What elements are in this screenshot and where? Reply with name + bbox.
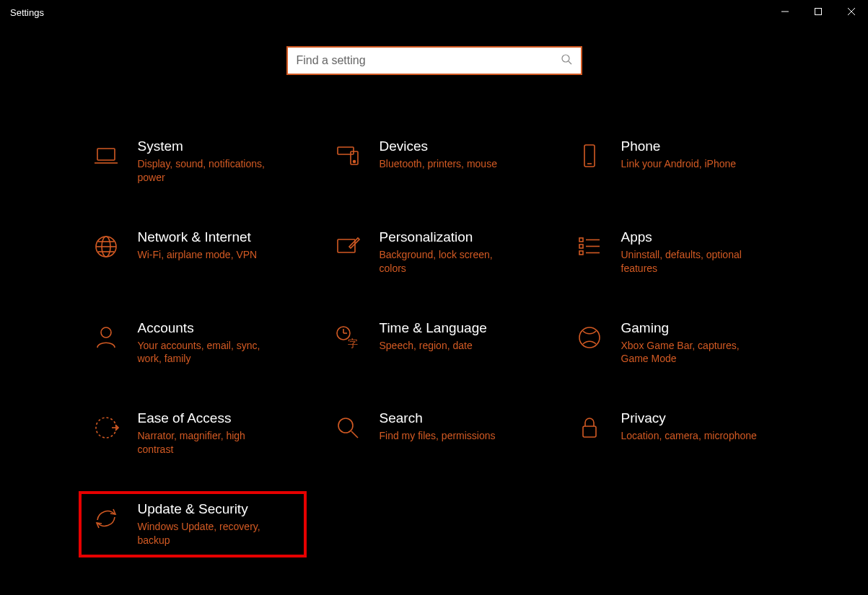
category-desc: Display, sound, notifications, power [138, 157, 275, 185]
category-text: Network & Internet Wi-Fi, airplane mode,… [138, 229, 294, 262]
search-input[interactable] [297, 54, 561, 67]
category-desc: Wi-Fi, airplane mode, VPN [138, 248, 275, 262]
window-controls [768, 0, 868, 25]
category-title: Personalization [380, 229, 535, 245]
category-title: Update & Security [138, 501, 294, 517]
svg-point-25 [101, 327, 111, 338]
search-icon [561, 53, 572, 68]
category-title: Time & Language [380, 320, 535, 336]
category-title: Phone [621, 138, 777, 154]
magnifier-icon [333, 413, 362, 442]
globe-icon [92, 232, 120, 261]
category-apps[interactable]: Apps Uninstall, defaults, optional featu… [568, 225, 784, 280]
category-desc: Link your Android, iPhone [621, 157, 758, 171]
category-text: Gaming Xbox Game Bar, captures, Game Mod… [621, 320, 777, 366]
person-icon [92, 323, 120, 352]
category-network[interactable]: Network & Internet Wi-Fi, airplane mode,… [84, 225, 301, 280]
titlebar: Settings [0, 0, 868, 25]
svg-rect-19 [579, 238, 583, 242]
category-desc: Narrator, magnifier, high contrast [138, 429, 275, 457]
category-title: Apps [621, 229, 777, 245]
minimize-icon [781, 6, 789, 19]
svg-point-10 [353, 161, 355, 163]
svg-text:字: 字 [348, 338, 358, 349]
category-devices[interactable]: Devices Bluetooth, printers, mouse [326, 134, 543, 189]
ease-of-access-icon [92, 413, 120, 442]
xbox-icon [575, 323, 604, 352]
svg-line-5 [569, 61, 571, 64]
svg-rect-21 [579, 244, 583, 248]
category-title: Network & Internet [138, 229, 294, 245]
category-text: Time & Language Speech, region, date [380, 320, 535, 353]
category-search[interactable]: Search Find my files, permissions [326, 406, 543, 461]
category-gaming[interactable]: Gaming Xbox Game Bar, captures, Game Mod… [568, 316, 784, 371]
category-text: Devices Bluetooth, printers, mouse [380, 138, 535, 171]
category-title: Search [380, 410, 535, 426]
maximize-button[interactable] [802, 0, 835, 25]
paintbrush-icon [333, 232, 362, 261]
category-desc: Find my files, permissions [380, 429, 517, 443]
close-button[interactable] [835, 0, 868, 25]
category-title: Ease of Access [138, 410, 294, 426]
category-text: Phone Link your Android, iPhone [621, 138, 777, 171]
lock-icon [575, 413, 604, 442]
search-area [0, 46, 868, 75]
category-desc: Xbox Game Bar, captures, Game Mode [621, 339, 758, 366]
category-privacy[interactable]: Privacy Location, camera, microphone [568, 406, 784, 461]
category-text: Privacy Location, camera, microphone [621, 410, 777, 443]
category-text: Search Find my files, permissions [380, 410, 535, 443]
category-desc: Location, camera, microphone [621, 429, 758, 443]
category-text: Personalization Background, lock screen,… [380, 229, 535, 276]
category-accounts[interactable]: Accounts Your accounts, email, sync, wor… [84, 316, 301, 371]
svg-point-4 [562, 55, 569, 62]
category-text: System Display, sound, notifications, po… [138, 138, 294, 185]
minimize-button[interactable] [768, 0, 802, 25]
sync-icon [92, 504, 120, 533]
category-text: Accounts Your accounts, email, sync, wor… [138, 320, 294, 366]
category-system[interactable]: System Display, sound, notifications, po… [84, 134, 301, 189]
svg-rect-23 [579, 251, 583, 255]
category-text: Apps Uninstall, defaults, optional featu… [621, 229, 777, 276]
window-title: Settings [10, 7, 44, 18]
svg-rect-1 [815, 9, 822, 15]
category-title: Gaming [621, 320, 777, 336]
laptop-icon [92, 141, 120, 170]
category-time-language[interactable]: 字 Time & Language Speech, region, date [326, 316, 543, 371]
category-desc: Background, lock screen, colors [380, 248, 517, 276]
category-text: Ease of Access Narrator, magnifier, high… [138, 410, 294, 457]
svg-line-34 [351, 431, 358, 438]
svg-point-30 [579, 327, 600, 348]
category-desc: Bluetooth, printers, mouse [380, 157, 517, 171]
category-title: Accounts [138, 320, 294, 336]
svg-point-33 [338, 418, 353, 433]
close-icon [847, 6, 856, 19]
category-title: System [138, 138, 294, 154]
time-language-icon: 字 [333, 323, 362, 352]
category-text: Update & Security Windows Update, recove… [138, 501, 294, 547]
svg-rect-6 [97, 149, 115, 160]
svg-rect-35 [583, 426, 596, 437]
devices-icon [333, 141, 362, 170]
category-desc: Your accounts, email, sync, work, family [138, 339, 275, 366]
category-ease-of-access[interactable]: Ease of Access Narrator, magnifier, high… [84, 406, 301, 461]
phone-icon [575, 141, 604, 170]
category-phone[interactable]: Phone Link your Android, iPhone [568, 134, 784, 189]
maximize-icon [814, 6, 823, 19]
category-desc: Speech, region, date [380, 339, 517, 353]
category-desc: Windows Update, recovery, backup [138, 520, 275, 547]
category-personalization[interactable]: Personalization Background, lock screen,… [326, 225, 543, 280]
settings-grid: System Display, sound, notifications, po… [0, 134, 868, 552]
category-desc: Uninstall, defaults, optional features [621, 248, 758, 276]
category-title: Privacy [621, 410, 777, 426]
apps-list-icon [575, 232, 604, 261]
category-title: Devices [380, 138, 535, 154]
search-box[interactable] [286, 46, 582, 75]
category-update-security[interactable]: Update & Security Windows Update, recove… [84, 497, 301, 552]
